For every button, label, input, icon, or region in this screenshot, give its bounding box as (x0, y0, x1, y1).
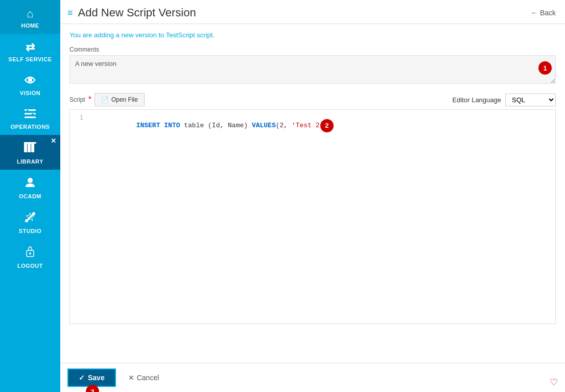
sidebar-item-logout[interactable]: LOGOUT (0, 239, 60, 274)
sidebar-item-operations[interactable]: OPERATIONS (0, 101, 60, 135)
footer: ✓ Save ✕ Cancel 3 ♡ (60, 363, 565, 392)
svg-rect-3 (27, 110, 29, 112)
svg-rect-7 (31, 143, 34, 152)
code-line-1: 1 INSERT INTO table (Id, Name) VALUES(2,… (70, 114, 555, 137)
self-service-icon: ⇄ (26, 41, 35, 54)
svg-point-10 (25, 219, 28, 222)
home-icon: ⌂ (27, 7, 34, 20)
sidebar-item-label: SELF SERVICE (8, 56, 52, 62)
required-indicator: * (88, 95, 91, 104)
library-icon (24, 142, 36, 156)
sidebar-item-library[interactable]: ✕ LIBRARY (0, 135, 60, 170)
sidebar-item-label: VISION (20, 90, 40, 96)
script-label: Script (69, 96, 85, 103)
editor-language-label: Editor Language (453, 96, 501, 104)
svg-rect-1 (25, 113, 36, 114)
annotation-badge-1: 1 (538, 61, 552, 75)
checkmark-icon: ✓ (79, 374, 85, 382)
svg-rect-8 (24, 142, 36, 144)
open-file-label: Open File (111, 96, 138, 103)
page-title: Add New Script Version (78, 6, 196, 19)
code-editor[interactable]: 1 INSERT INTO table (Id, Name) VALUES(2,… (69, 109, 556, 324)
comments-group: Comments A new version 1 (69, 46, 556, 86)
page-header: ≡ Add New Script Version ← Back (60, 0, 565, 24)
sidebar-item-label: LOGOUT (17, 263, 43, 269)
sidebar-item-self-service[interactable]: ⇄ SELF SERVICE (0, 34, 60, 67)
script-header: Script * 📄 Open File Editor Language SQL… (69, 93, 556, 106)
subtitle-text: You are adding a new version to TestScri… (69, 31, 556, 39)
save-button[interactable]: ✓ Save (67, 368, 116, 387)
annotation-badge-2: 2 (320, 119, 334, 132)
sidebar: ⌂ HOME ⇄ SELF SERVICE 👁 VISION OPERATION… (0, 0, 60, 392)
comments-input[interactable]: A new version (69, 55, 556, 84)
menu-icon[interactable]: ≡ (67, 8, 73, 18)
sidebar-item-label: OCADM (19, 193, 41, 199)
sidebar-item-vision[interactable]: 👁 VISION (0, 67, 60, 101)
header-left: ≡ Add New Script Version (67, 6, 196, 19)
vision-icon: 👁 (25, 75, 36, 88)
comments-label: Comments (69, 46, 556, 53)
svg-rect-5 (24, 143, 27, 152)
ocadm-icon (25, 177, 36, 191)
script-group: Script * 📄 Open File Editor Language SQL… (69, 93, 556, 324)
sidebar-item-label: LIBRARY (17, 158, 43, 165)
language-select[interactable]: SQL JavaScript Python (505, 94, 556, 106)
svg-rect-4 (32, 113, 34, 116)
operations-icon (25, 108, 36, 122)
script-label-row: Script * 📄 Open File (69, 93, 145, 106)
sidebar-item-studio[interactable]: STUDIO (0, 204, 60, 239)
main-content: ≡ Add New Script Version ← Back You are … (60, 0, 565, 392)
back-button[interactable]: ← Back (531, 9, 556, 17)
back-arrow-icon: ← (531, 9, 538, 17)
save-label: Save (88, 374, 105, 382)
sidebar-item-ocadm[interactable]: OCADM (0, 170, 60, 204)
back-label: Back (540, 9, 556, 17)
svg-point-13 (29, 252, 31, 255)
svg-rect-0 (25, 109, 36, 111)
studio-icon (25, 212, 36, 226)
svg-rect-2 (25, 117, 36, 118)
sidebar-item-label: OPERATIONS (11, 124, 50, 130)
close-icon[interactable]: ✕ (51, 137, 57, 145)
cancel-button[interactable]: ✕ Cancel (122, 370, 166, 386)
svg-point-11 (32, 212, 35, 215)
sidebar-item-label: STUDIO (19, 228, 42, 234)
sidebar-item-label: HOME (21, 22, 39, 29)
heart-icon: ♡ (550, 377, 558, 388)
logout-icon (25, 246, 35, 261)
cancel-label: Cancel (137, 374, 159, 382)
file-icon: 📄 (101, 96, 109, 103)
svg-point-9 (28, 178, 33, 183)
open-file-button[interactable]: 📄 Open File (95, 93, 145, 106)
line-number-1: 1 (70, 114, 88, 122)
content-area: You are adding a new version to TestScri… (60, 24, 565, 363)
cancel-x-icon: ✕ (128, 374, 134, 382)
sidebar-item-home[interactable]: ⌂ HOME (0, 0, 60, 34)
editor-language-row: Editor Language SQL JavaScript Python (453, 94, 556, 106)
svg-rect-6 (28, 143, 31, 152)
